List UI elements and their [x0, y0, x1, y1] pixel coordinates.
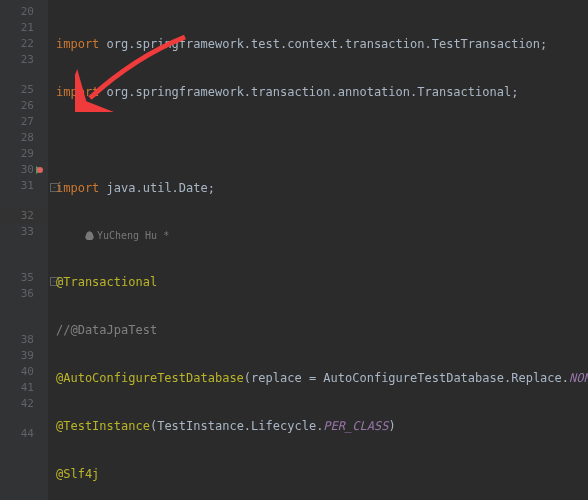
line-number: 35 — [0, 270, 48, 286]
inlay-author: YuCheng Hu * — [56, 228, 588, 242]
line-number: 22 — [0, 36, 48, 52]
line-number — [0, 240, 48, 256]
line-number: 30 — [0, 162, 48, 178]
gutter-spacer — [0, 412, 48, 426]
code-line[interactable]: -@Transactional — [56, 274, 588, 290]
line-number: 33 — [0, 224, 48, 240]
line-number: 44 — [0, 426, 48, 442]
line-number: 36 — [0, 286, 48, 302]
line-number: 23 — [0, 52, 48, 68]
line-number: 40 — [0, 364, 48, 380]
line-number: 38 — [0, 332, 48, 348]
code-area[interactable]: import org.springframework.test.context.… — [48, 0, 588, 500]
line-number: 42 — [0, 396, 48, 412]
line-number-current: 32 — [0, 208, 48, 224]
gutter-spacer — [0, 318, 48, 332]
code-editor[interactable]: 20 21 22 23 25 26 27 28 29 30 31 32 33 3… — [0, 0, 588, 500]
code-line[interactable]: //@DataJpaTest — [56, 322, 588, 338]
line-number: 39 — [0, 348, 48, 364]
line-number: 26 — [0, 98, 48, 114]
code-line[interactable]: import org.springframework.test.context.… — [56, 36, 588, 52]
line-number: 27 — [0, 114, 48, 130]
code-line[interactable] — [56, 132, 588, 148]
line-number: 20 — [0, 4, 48, 20]
code-line[interactable]: import org.springframework.transaction.a… — [56, 84, 588, 100]
gutter-spacer — [0, 256, 48, 270]
line-number: 31 — [0, 178, 48, 194]
gutter-spacer — [0, 194, 48, 208]
code-line[interactable]: @Slf4j — [56, 466, 588, 482]
code-line[interactable]: -import java.util.Date; — [56, 180, 588, 196]
breakpoint-icon[interactable] — [37, 167, 43, 173]
line-number: 29 — [0, 146, 48, 162]
code-line[interactable]: @TestInstance(TestInstance.Lifecycle.PER… — [56, 418, 588, 434]
line-number: 21 — [0, 20, 48, 36]
line-number: 41 — [0, 380, 48, 396]
gutter-spacer — [0, 68, 48, 82]
code-line[interactable]: @AutoConfigureTestDatabase(replace = Aut… — [56, 370, 588, 386]
line-number: 28 — [0, 130, 48, 146]
line-gutter: 20 21 22 23 25 26 27 28 29 30 31 32 33 3… — [0, 0, 48, 500]
line-number: 25 — [0, 82, 48, 98]
line-number — [0, 302, 48, 318]
